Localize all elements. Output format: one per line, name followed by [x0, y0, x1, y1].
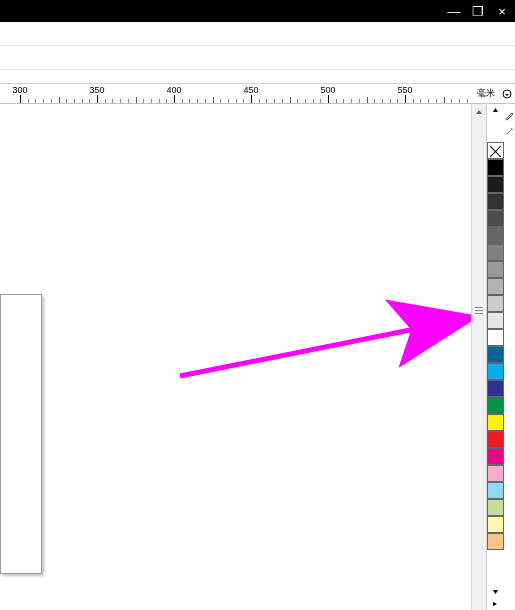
- swatch-green-light[interactable]: [487, 499, 504, 516]
- swatch-green[interactable]: [487, 397, 504, 414]
- swatch-blue-light[interactable]: [487, 482, 504, 499]
- swatch-pink[interactable]: [487, 465, 504, 482]
- swatch-gray80[interactable]: [487, 193, 504, 210]
- swatch-gray20[interactable]: [487, 295, 504, 312]
- scroll-thumb[interactable]: [474, 301, 484, 319]
- swatch-orange-light[interactable]: [487, 533, 504, 550]
- property-bar: [0, 70, 515, 84]
- swatch-cyan[interactable]: [487, 363, 504, 380]
- color-palette: [487, 104, 504, 610]
- toolbar: [0, 46, 515, 70]
- docker-tabs: [504, 104, 515, 134]
- eyedropper-icon[interactable]: [505, 107, 514, 116]
- svg-line-1: [180, 318, 470, 376]
- swatch-black[interactable]: [487, 159, 504, 176]
- swatch-yellow[interactable]: [487, 414, 504, 431]
- scroll-up-button[interactable]: [472, 104, 486, 120]
- swatch-gray40[interactable]: [487, 261, 504, 278]
- horizontal-ruler: 300350400450500550600 毫米: [0, 84, 515, 104]
- palette-scroll-up[interactable]: [487, 104, 504, 116]
- swatch-cyan-dark[interactable]: [487, 346, 504, 363]
- maximize-button[interactable]: ❐: [469, 5, 487, 18]
- swatch-blue[interactable]: [487, 380, 504, 397]
- workspace[interactable]: [0, 104, 515, 610]
- swatch-gray70[interactable]: [487, 210, 504, 227]
- vertical-scrollbar[interactable]: [471, 104, 487, 610]
- swatch-white[interactable]: [487, 329, 504, 346]
- wand-icon[interactable]: [505, 122, 514, 131]
- palette-scroll-down[interactable]: [487, 586, 504, 598]
- palette-flyout-button[interactable]: [487, 598, 504, 610]
- ruler-options-button[interactable]: [499, 84, 515, 103]
- page-edge: [0, 294, 42, 574]
- swatch-magenta[interactable]: [487, 448, 504, 465]
- swatch-gray60[interactable]: [487, 227, 504, 244]
- swatch-gray50[interactable]: [487, 244, 504, 261]
- close-button[interactable]: ×: [493, 5, 511, 18]
- minimize-button[interactable]: —: [445, 5, 463, 18]
- swatch-yellow-light[interactable]: [487, 516, 504, 533]
- annotation-arrow: [0, 104, 515, 610]
- swatch-none[interactable]: [487, 142, 504, 159]
- swatch-gray30[interactable]: [487, 278, 504, 295]
- menu-bar: [0, 22, 515, 46]
- swatch-red[interactable]: [487, 431, 504, 448]
- swatch-gray10[interactable]: [487, 312, 504, 329]
- ruler-unit-label: 毫米: [473, 84, 499, 103]
- swatch-gray90[interactable]: [487, 176, 504, 193]
- title-bar: — ❐ ×: [0, 0, 515, 22]
